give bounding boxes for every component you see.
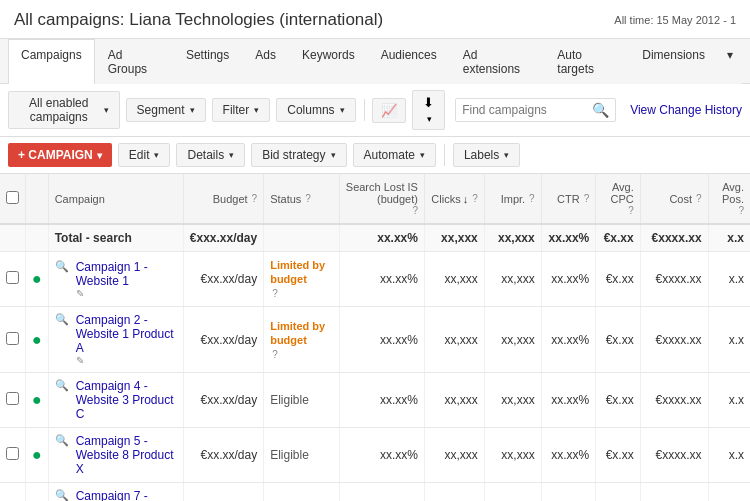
cell-pos: x.x [708,307,750,373]
cell-cost: €xxxx.xx [640,483,708,502]
edit-icon[interactable]: ✎ [76,355,177,366]
details-btn[interactable]: Details ▾ [176,143,245,167]
th-budget: Budget ? [183,174,263,224]
cell-search-lost: xx.xx% [339,252,424,307]
segment-btn[interactable]: Segment ▾ [126,98,206,122]
th-dot [26,174,49,224]
automate-btn[interactable]: Automate ▾ [353,143,436,167]
row-checkbox[interactable] [6,332,19,345]
campaign-icon: 🔍 [55,489,69,501]
table-row: ●🔍Campaign 4 - Website 3 Product C€xx.xx… [0,373,750,428]
labels-btn[interactable]: Labels ▾ [453,143,520,167]
cell-clicks: xx,xxx [424,373,484,428]
cell-budget: €xx.xx/day [183,483,263,502]
help-icon[interactable]: ? [696,193,702,204]
dropdown-arrow-icon: ▾ [331,150,336,160]
view-change-history-link[interactable]: View Change History [630,103,742,117]
help-icon[interactable]: ? [628,205,634,216]
campaign-icon: 🔍 [55,379,69,392]
table-row: ●🔍Campaign 2 - Website 1 Product A✎€xx.x… [0,307,750,373]
th-cpc: Avg. CPC ? [596,174,640,224]
campaign-name-link[interactable]: Campaign 1 - Website 1 [76,260,148,288]
cell-clicks: xx,xxx [424,252,484,307]
help-icon[interactable]: ? [272,288,278,299]
cell-budget: €xx.xx/day [183,428,263,483]
tab-more[interactable]: ▾ [718,39,742,84]
row-checkbox[interactable] [6,271,19,284]
cell-pos: x.x [708,483,750,502]
add-campaign-button[interactable]: + CAMPAIGN ▾ [8,143,112,167]
tab-dimensions[interactable]: Dimensions [629,39,718,84]
edit-btn[interactable]: Edit ▾ [118,143,171,167]
th-clicks[interactable]: Clicks ↓ ? [424,174,484,224]
tab-auto-targets[interactable]: Auto targets [544,39,629,84]
campaign-name-link[interactable]: Campaign 7 - Website 4 Product B [76,489,174,501]
cell-impr: xx,xxx [484,428,541,483]
nav-tabs: Campaigns Ad Groups Settings Ads Keyword… [0,39,750,84]
tab-ads[interactable]: Ads [242,39,289,84]
th-status: Status ? [264,174,340,224]
cell-impr: xx,xxx [484,483,541,502]
help-icon[interactable]: ? [529,193,535,204]
tab-campaigns[interactable]: Campaigns [8,39,95,84]
cell-search-lost: xx.xx% [339,373,424,428]
tab-audiences[interactable]: Audiences [368,39,450,84]
help-icon[interactable]: ? [738,205,744,216]
cell-cpc: €x.xx [596,373,640,428]
campaign-name-link[interactable]: Campaign 5 - Website 8 Product X [76,434,174,476]
download-btn[interactable]: ⬇ ▾ [412,90,445,130]
campaign-icon: 🔍 [55,434,69,447]
page-title: All campaigns: Liana Technologies (inter… [14,10,383,30]
tab-ad-groups[interactable]: Ad Groups [95,39,173,84]
cell-pos: x.x [708,428,750,483]
help-icon[interactable]: ? [472,193,478,204]
row-checkbox[interactable] [6,447,19,460]
help-icon[interactable]: ? [412,205,418,216]
cell-status: Limited by budget? [264,307,340,373]
cell-ctr: xx.xx% [541,307,596,373]
separator [364,99,365,121]
total-cpc: €x.xx [596,224,640,252]
total-clicks: xx,xxx [424,224,484,252]
select-all-checkbox[interactable] [6,191,19,204]
cell-search-lost: xx.xx% [339,307,424,373]
cell-status: Eligible [264,373,340,428]
search-input[interactable] [462,103,592,117]
edit-icon[interactable]: ✎ [76,288,177,299]
cell-budget: €xx.xx/day [183,252,263,307]
tab-ad-extensions[interactable]: Ad extensions [450,39,545,84]
toolbar: All enabled campaigns ▾ Segment ▾ Filter… [0,84,750,137]
download-icon: ⬇ [423,95,434,110]
dropdown-arrow-icon: ▾ [229,150,234,160]
all-enabled-campaigns-btn[interactable]: All enabled campaigns ▾ [8,91,120,129]
filter-btn[interactable]: Filter ▾ [212,98,271,122]
help-icon[interactable]: ? [305,193,311,204]
help-icon[interactable]: ? [584,193,590,204]
columns-btn[interactable]: Columns ▾ [276,98,355,122]
dropdown-arrow-icon: ▾ [104,105,109,115]
table-row: ●🔍Campaign 5 - Website 8 Product X€xx.xx… [0,428,750,483]
cell-cpc: €x.xx [596,428,640,483]
search-button[interactable]: 🔍 [592,102,609,118]
status-dot-icon: ● [32,391,42,408]
help-icon[interactable]: ? [272,349,278,360]
row-checkbox[interactable] [6,392,19,405]
bid-strategy-btn[interactable]: Bid strategy ▾ [251,143,346,167]
cell-cpc: €x.xx [596,307,640,373]
help-icon[interactable]: ? [252,193,258,204]
campaign-name-link[interactable]: Campaign 4 - Website 3 Product C [76,379,174,421]
cell-status: Eligible ⚠ [264,483,340,502]
dropdown-arrow-icon: ▾ [420,150,425,160]
cell-ctr: xx.xx% [541,373,596,428]
separator [444,144,445,166]
chart-icon-btn[interactable]: 📈 [372,98,406,123]
action-bar: + CAMPAIGN ▾ Edit ▾ Details ▾ Bid strate… [0,137,750,174]
page-header: All campaigns: Liana Technologies (inter… [0,0,750,39]
campaign-name-link[interactable]: Campaign 2 - Website 1 Product A [76,313,174,355]
chart-icon: 📈 [381,103,397,118]
dropdown-arrow-icon: ▾ [154,150,159,160]
table-row: ●🔍Campaign 1 - Website 1✎€xx.xx/dayLimit… [0,252,750,307]
tab-settings[interactable]: Settings [173,39,242,84]
status-badge: Eligible [270,448,309,462]
tab-keywords[interactable]: Keywords [289,39,368,84]
